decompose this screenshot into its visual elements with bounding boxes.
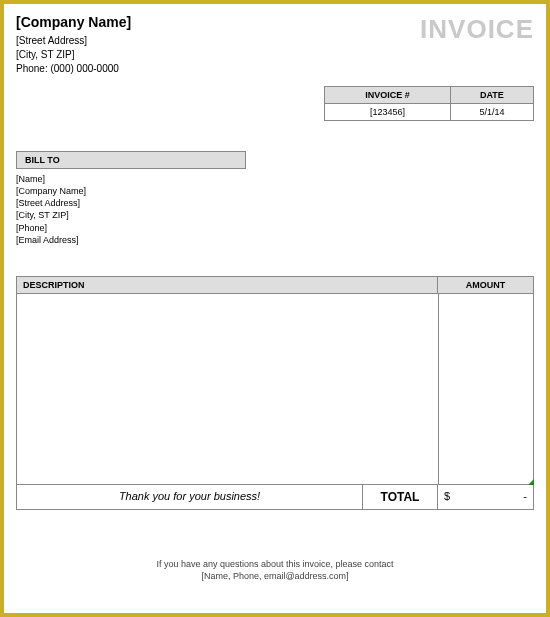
- bill-to-email: [Email Address]: [16, 234, 534, 246]
- footer-line-1: If you have any questions about this inv…: [16, 558, 534, 571]
- company-name: [Company Name]: [16, 14, 131, 30]
- footer-message: If you have any questions about this inv…: [16, 558, 534, 583]
- bill-to-city-st-zip: [City, ST ZIP]: [16, 209, 534, 221]
- amount-header: AMOUNT: [438, 277, 533, 293]
- footer-line-2: [Name, Phone, email@address.com]: [16, 570, 534, 583]
- company-info: [Street Address] [City, ST ZIP] Phone: (…: [16, 34, 131, 76]
- total-label: TOTAL: [363, 485, 438, 509]
- thank-you-message: Thank you for your business!: [17, 485, 363, 509]
- bill-to-label: BILL TO: [16, 151, 246, 169]
- company-phone: Phone: (000) 000-0000: [16, 62, 131, 76]
- company-street: [Street Address]: [16, 34, 131, 48]
- invoice-date-header: DATE: [450, 87, 533, 104]
- company-city-st-zip: [City, ST ZIP]: [16, 48, 131, 62]
- header-row: [Company Name] [Street Address] [City, S…: [16, 14, 534, 76]
- invoice-number-header: INVOICE #: [325, 87, 451, 104]
- currency-symbol: $: [444, 490, 450, 504]
- totals-row: Thank you for your business! TOTAL $ -: [16, 484, 534, 510]
- invoice-page: [Company Name] [Street Address] [City, S…: [4, 4, 546, 593]
- description-header: DESCRIPTION: [17, 277, 438, 293]
- bill-to-name: [Name]: [16, 173, 534, 185]
- invoice-title: INVOICE: [420, 14, 534, 45]
- bill-to-phone: [Phone]: [16, 222, 534, 234]
- description-column: [17, 294, 438, 484]
- items-header: DESCRIPTION AMOUNT: [16, 276, 534, 294]
- cell-marker-icon: [528, 479, 534, 485]
- total-amount-cell: $ -: [438, 485, 533, 509]
- total-amount-value: -: [523, 490, 527, 504]
- items-body: [16, 294, 534, 484]
- invoice-meta-table: INVOICE # DATE [123456] 5/1/14: [324, 86, 534, 121]
- bill-to-street: [Street Address]: [16, 197, 534, 209]
- invoice-date-value: 5/1/14: [450, 104, 533, 121]
- bill-to-body: [Name] [Company Name] [Street Address] […: [16, 173, 534, 246]
- company-block: [Company Name] [Street Address] [City, S…: [16, 14, 131, 76]
- amount-column: [438, 294, 533, 484]
- invoice-number-value: [123456]: [325, 104, 451, 121]
- bill-to-company: [Company Name]: [16, 185, 534, 197]
- bill-to-section: BILL TO [Name] [Company Name] [Street Ad…: [16, 151, 534, 246]
